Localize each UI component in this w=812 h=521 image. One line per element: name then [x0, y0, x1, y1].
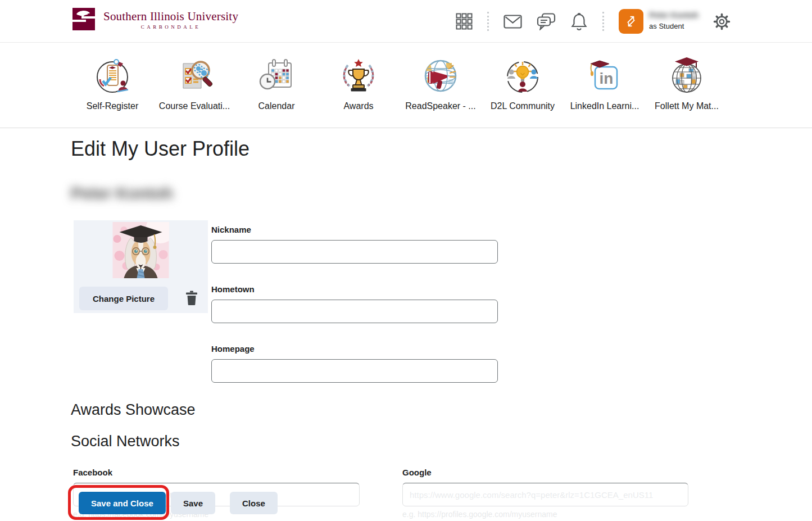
nav-item-calendar[interactable]: Calendar	[235, 43, 317, 128]
nav-item-self-register[interactable]: Self-Register	[71, 43, 153, 128]
self-register-icon	[92, 56, 133, 96]
user-role-label: as Student	[649, 22, 698, 30]
profile-name-blurred: Peter Kontoh	[71, 184, 173, 203]
page: Southern Illinois University CARBONDALE	[0, 0, 812, 521]
quicklinks-navbar: Self-Register	[0, 43, 812, 128]
hometown-input[interactable]	[211, 300, 498, 323]
d2l-community-icon	[502, 56, 543, 96]
save-button[interactable]: Save	[171, 492, 215, 514]
homepage-label: Homepage	[211, 344, 255, 354]
close-button[interactable]: Close	[230, 492, 278, 514]
nav-item-readspeaker[interactable]: ReadSpeaker - ...	[400, 43, 482, 128]
nav-item-course-evaluation[interactable]: Course Evaluati...	[153, 43, 235, 128]
header-actions: Peter Kontoh as Student	[456, 0, 731, 43]
user-name-blurred: Peter Kontoh	[649, 11, 698, 20]
chat-icon[interactable]	[537, 13, 556, 30]
nav-label: Course Evaluati...	[159, 101, 230, 111]
header-divider	[602, 12, 604, 31]
nav-item-d2l-community[interactable]: D2L Community	[482, 43, 564, 128]
user-menu[interactable]: Peter Kontoh as Student	[619, 9, 698, 34]
nickname-input[interactable]	[211, 240, 498, 264]
siu-logo[interactable]: Southern Illinois University CARBONDALE	[71, 7, 238, 34]
course-evaluation-icon	[174, 56, 215, 96]
logo-title: Southern Illinois University	[103, 11, 238, 22]
save-and-close-button[interactable]: Save and Close	[79, 492, 166, 514]
profile-avatar	[112, 222, 169, 278]
follett-globe-icon	[666, 56, 707, 96]
change-picture-button[interactable]: Change Picture	[79, 287, 168, 310]
nav-item-linkedin-learning[interactable]: in LinkedIn Learni...	[564, 43, 646, 128]
nav-item-follett[interactable]: Follett My Mat...	[646, 43, 728, 128]
role-switch-icon	[619, 9, 643, 34]
hometown-label: Hometown	[211, 284, 255, 294]
top-header: Southern Illinois University CARBONDALE	[0, 0, 812, 43]
nav-label: Follett My Mat...	[655, 101, 719, 111]
homepage-input[interactable]	[211, 359, 498, 383]
awards-showcase-heading: Awards Showcase	[71, 401, 196, 419]
nav-label: Awards	[343, 101, 373, 111]
page-title: Edit My User Profile	[71, 137, 250, 161]
social-networks-heading: Social Networks	[71, 433, 180, 450]
profile-picture-card: Change Picture	[74, 220, 208, 313]
calendar-icon	[256, 56, 297, 96]
floating-save-bar: Save and Close Save Close	[0, 484, 812, 521]
settings-gear-icon[interactable]	[713, 13, 731, 30]
nav-label: Calendar	[258, 101, 295, 111]
nav-label: Self-Register	[87, 101, 138, 111]
apps-grid-icon[interactable]	[456, 13, 473, 30]
email-icon[interactable]	[503, 15, 522, 29]
google-label: Google	[402, 468, 432, 477]
linkedin-learning-icon: in	[584, 56, 625, 96]
header-divider	[487, 12, 489, 31]
notification-bell-icon[interactable]	[570, 12, 588, 31]
svg-text:in: in	[600, 70, 614, 87]
nav-label: ReadSpeaker - ...	[405, 101, 475, 111]
awards-trophy-icon	[338, 56, 379, 96]
nickname-label: Nickname	[211, 225, 251, 234]
facebook-label: Facebook	[73, 468, 112, 477]
nav-label: D2L Community	[491, 101, 555, 111]
readspeaker-globe-icon	[420, 56, 461, 96]
logo-subtitle: CARBONDALE	[103, 25, 238, 30]
nav-item-awards[interactable]: Awards	[317, 43, 400, 128]
nav-label: LinkedIn Learni...	[570, 101, 639, 111]
siu-saluki-logo-icon	[71, 7, 97, 34]
trash-icon[interactable]	[184, 290, 199, 307]
